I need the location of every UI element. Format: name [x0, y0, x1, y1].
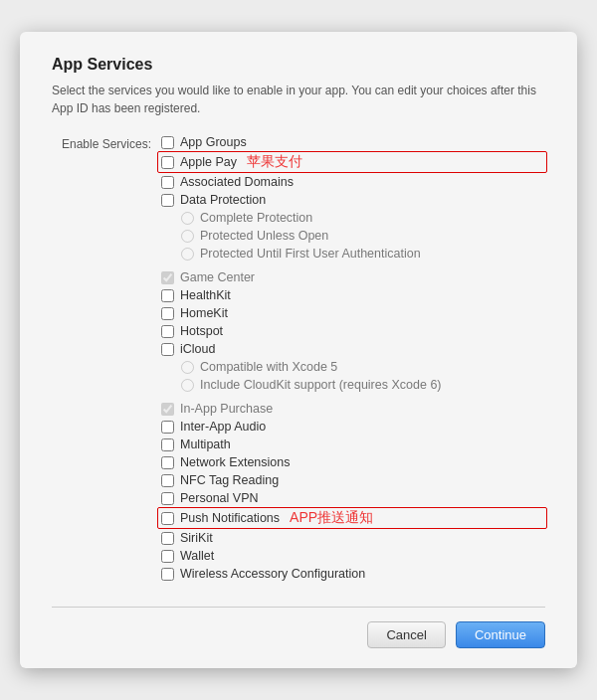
label-xcode5: Compatible with Xcode 5 [200, 360, 337, 374]
dialog-title: App Services [52, 56, 545, 74]
service-item-wallet: Wallet [161, 549, 545, 563]
checkbox-multipath[interactable] [161, 438, 174, 451]
label-complete-protection: Complete Protection [200, 211, 312, 225]
label-protected-until-first: Protected Until First User Authenticatio… [200, 247, 421, 261]
service-item-apple-pay: Apple Pay苹果支付 [161, 153, 545, 171]
continue-button[interactable]: Continue [456, 621, 545, 648]
service-item-in-app-purchase: In-App Purchase [161, 402, 545, 416]
label-wireless-accessory: Wireless Accessory Configuration [180, 567, 365, 581]
label-app-groups: App Groups [180, 135, 247, 149]
service-item-push-notifications: Push NotificationsAPP推送通知 [161, 509, 545, 527]
label-game-center: Game Center [180, 270, 255, 284]
label-nfc-tag-reading: NFC Tag Reading [180, 473, 279, 487]
service-item-personal-vpn: Personal VPN [161, 491, 545, 505]
service-item-inter-app-audio: Inter-App Audio [161, 420, 545, 434]
service-item-protected-unless-open: Protected Unless Open [181, 229, 545, 243]
checkbox-app-groups[interactable] [161, 136, 174, 149]
service-item-multipath: Multipath [161, 438, 545, 451]
service-item-complete-protection: Complete Protection [181, 211, 545, 225]
service-item-game-center: Game Center [161, 270, 545, 284]
checkbox-wallet[interactable] [161, 550, 174, 563]
cancel-button[interactable]: Cancel [367, 621, 445, 648]
label-homekit: HomeKit [180, 306, 228, 320]
services-list: App GroupsApple Pay苹果支付Associated Domain… [161, 135, 545, 585]
app-services-dialog: App Services Select the services you wou… [20, 32, 577, 668]
label-apple-pay: Apple Pay [180, 155, 237, 169]
checkbox-associated-domains[interactable] [161, 176, 174, 189]
sub-items-icloud: Compatible with Xcode 5Include CloudKit … [181, 360, 545, 392]
checkbox-game-center[interactable] [161, 271, 174, 284]
checkbox-hotspot[interactable] [161, 325, 174, 338]
dialog-buttons: Cancel Continue [52, 607, 545, 648]
service-item-wireless-accessory: Wireless Accessory Configuration [161, 567, 545, 581]
checkbox-icloud[interactable] [161, 343, 174, 356]
label-sirikit: SiriKit [180, 531, 213, 545]
radio-xcode5[interactable] [181, 361, 194, 374]
checkbox-inter-app-audio[interactable] [161, 421, 174, 434]
checkbox-apple-pay[interactable] [161, 156, 174, 169]
label-personal-vpn: Personal VPN [180, 491, 259, 505]
service-item-homekit: HomeKit [161, 306, 545, 320]
checkbox-push-notifications[interactable] [161, 512, 174, 525]
label-inter-app-audio: Inter-App Audio [180, 420, 266, 434]
label-cloudkit: Include CloudKit support (requires Xcode… [200, 378, 442, 392]
radio-protected-until-first[interactable] [181, 248, 194, 261]
service-item-icloud: iCloud [161, 342, 545, 356]
annotation-push-notifications: APP推送通知 [290, 509, 373, 527]
label-wallet: Wallet [180, 549, 214, 563]
checkbox-sirikit[interactable] [161, 532, 174, 545]
checkbox-network-extensions[interactable] [161, 456, 174, 469]
label-associated-domains: Associated Domains [180, 175, 294, 189]
service-item-sirikit: SiriKit [161, 531, 545, 545]
service-item-xcode5: Compatible with Xcode 5 [181, 360, 545, 374]
checkbox-homekit[interactable] [161, 307, 174, 320]
enable-services-label: Enable Services: [52, 135, 161, 585]
dialog-description: Select the services you would like to en… [52, 82, 545, 117]
service-item-network-extensions: Network Extensions [161, 455, 545, 469]
checkbox-in-app-purchase[interactable] [161, 403, 174, 416]
checkbox-nfc-tag-reading[interactable] [161, 474, 174, 487]
service-item-healthkit: HealthKit [161, 288, 545, 302]
label-data-protection: Data Protection [180, 193, 266, 207]
label-push-notifications: Push Notifications [180, 511, 280, 525]
service-item-cloudkit: Include CloudKit support (requires Xcode… [181, 378, 545, 392]
checkbox-wireless-accessory[interactable] [161, 568, 174, 581]
service-item-data-protection: Data Protection [161, 193, 545, 207]
radio-complete-protection[interactable] [181, 212, 194, 225]
checkbox-personal-vpn[interactable] [161, 492, 174, 505]
service-item-associated-domains: Associated Domains [161, 175, 545, 189]
radio-protected-unless-open[interactable] [181, 230, 194, 243]
radio-cloudkit[interactable] [181, 379, 194, 392]
label-protected-unless-open: Protected Unless Open [200, 229, 328, 243]
checkbox-data-protection[interactable] [161, 194, 174, 207]
services-section: Enable Services: App GroupsApple Pay苹果支付… [52, 135, 545, 585]
label-in-app-purchase: In-App Purchase [180, 402, 273, 416]
service-item-protected-until-first: Protected Until First User Authenticatio… [181, 247, 545, 261]
sub-items-data-protection: Complete ProtectionProtected Unless Open… [181, 211, 545, 261]
service-item-nfc-tag-reading: NFC Tag Reading [161, 473, 545, 487]
annotation-apple-pay: 苹果支付 [247, 153, 302, 171]
label-hotspot: Hotspot [180, 324, 223, 338]
checkbox-healthkit[interactable] [161, 289, 174, 302]
service-item-hotspot: Hotspot [161, 324, 545, 338]
label-multipath: Multipath [180, 438, 231, 451]
service-item-app-groups: App Groups [161, 135, 545, 149]
label-healthkit: HealthKit [180, 288, 231, 302]
label-network-extensions: Network Extensions [180, 455, 290, 469]
label-icloud: iCloud [180, 342, 215, 356]
